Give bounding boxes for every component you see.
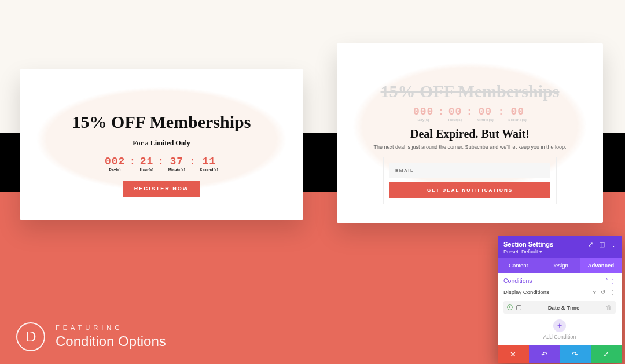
conditions-section-title: Conditions [503, 277, 532, 284]
timer-minutes: 37 Minute(s) [168, 156, 185, 171]
display-conditions-label: Display Conditions [503, 289, 549, 295]
timer-separator: : [468, 106, 470, 117]
timer-minutes-label: Minute(s) [477, 118, 494, 122]
timer-hours-label: Hour(s) [140, 168, 153, 171]
add-condition-label: Add Condition [498, 334, 622, 340]
promo-title: 15% OFF Memberships [72, 112, 251, 132]
countdown-timer-expired: 000 Day(s) : 00 Hour(s) : 00 Minute(s) :… [413, 106, 527, 122]
panel-action-bar: ✕ ↶ ↷ ✓ [498, 345, 622, 363]
promo-title-expired: 15% OFF Memberships [381, 82, 560, 101]
timer-days-label: Day(s) [109, 168, 121, 171]
panel-header[interactable]: Section Settings Preset: Default ▾ ⤢ ◫ ⋮ [498, 236, 622, 258]
expand-icon[interactable]: ⤢ [588, 241, 593, 248]
more-icon[interactable]: ⋮ [610, 289, 616, 295]
timer-seconds-value: 00 [510, 106, 524, 117]
chevron-down-icon: ▾ [539, 249, 542, 255]
timer-hours-label: Hour(s) [448, 118, 462, 122]
display-conditions-row: Display Conditions ? ↺ ⋮ [498, 285, 622, 299]
condition-label: Date & Time [525, 304, 602, 311]
add-condition-area: + Add Condition [498, 317, 622, 345]
cancel-button[interactable]: ✕ [498, 345, 529, 363]
timer-days-label: Day(s) [418, 118, 429, 122]
countdown-timer: 002 Day(s) : 21 Hour(s) : 37 Minute(s) :… [105, 156, 218, 171]
timer-minutes-value: 00 [479, 106, 492, 117]
timer-separator: : [439, 106, 442, 117]
panel-preset-label: Preset: Default [503, 249, 538, 255]
timer-seconds: 00 Second(s) [508, 106, 527, 122]
timer-minutes: 00 Minute(s) [477, 106, 494, 122]
timer-days: 002 Day(s) [105, 156, 125, 171]
tab-advanced[interactable]: Advanced [580, 258, 622, 273]
snap-icon[interactable]: ◫ [599, 241, 605, 248]
undo-button[interactable]: ↶ [529, 345, 560, 363]
reset-icon[interactable]: ↺ [601, 289, 605, 295]
expired-description: The next deal is just around the corner.… [374, 144, 567, 150]
get-notifications-button[interactable]: GET DEAL NOTIFICATIONS [389, 182, 550, 198]
panel-preset[interactable]: Preset: Default ▾ [503, 249, 616, 255]
timer-hours-value: 00 [448, 106, 462, 117]
timer-minutes-label: Minute(s) [168, 168, 185, 171]
promo-card-expired: 15% OFF Memberships 000 Day(s) : 00 Hour… [337, 43, 603, 223]
timer-seconds: 11 Second(s) [200, 156, 218, 171]
email-field[interactable] [389, 163, 550, 178]
timer-minutes-value: 37 [170, 156, 184, 167]
expired-headline: Deal Expired. But Wait! [410, 127, 530, 141]
add-condition-button[interactable]: + [553, 319, 566, 332]
save-button[interactable]: ✓ [591, 345, 622, 363]
tab-content[interactable]: Content [498, 258, 539, 273]
timer-seconds-label: Second(s) [200, 168, 218, 171]
timer-separator: : [191, 156, 194, 167]
timer-seconds-label: Second(s) [508, 118, 527, 122]
timer-hours: 00 Hour(s) [448, 106, 462, 122]
visibility-icon[interactable] [507, 304, 513, 310]
section-settings-panel[interactable]: Section Settings Preset: Default ▾ ⤢ ◫ ⋮… [498, 236, 622, 363]
timer-days-value: 000 [413, 106, 433, 117]
timer-seconds-value: 11 [202, 156, 216, 167]
feature-banner: D FEATURING Condition Options [16, 322, 166, 351]
timer-separator: : [499, 106, 502, 117]
feature-title: Condition Options [56, 333, 166, 350]
tab-design[interactable]: Design [539, 258, 580, 273]
feature-kicker: FEATURING [56, 324, 166, 331]
promo-card-active: 15% OFF Memberships For a Limited Only 0… [20, 69, 303, 220]
timer-separator: : [131, 156, 134, 167]
condition-item[interactable]: Date & Time 🗑 [503, 301, 616, 314]
panel-tabs: Content Design Advanced [498, 258, 622, 273]
more-icon[interactable]: ⋮ [611, 241, 617, 248]
timer-hours: 21 Hour(s) [140, 156, 154, 171]
subscribe-form: GET DEAL NOTIFICATIONS [383, 157, 557, 204]
redo-button[interactable]: ↷ [560, 345, 591, 363]
timer-separator: : [159, 156, 162, 167]
conditions-section-header[interactable]: Conditions ˄ ⋮ [498, 273, 622, 285]
chevron-up-icon: ˄ ⋮ [605, 278, 616, 284]
promo-subtitle: For a Limited Only [133, 139, 190, 148]
help-icon[interactable]: ? [593, 289, 596, 295]
register-button[interactable]: REGISTER NOW [123, 181, 201, 197]
trash-icon[interactable]: 🗑 [606, 304, 612, 311]
divi-logo-icon: D [16, 322, 45, 351]
copy-icon[interactable] [516, 305, 521, 310]
panel-body: Conditions ˄ ⋮ Display Conditions ? ↺ ⋮ … [498, 273, 622, 345]
timer-days: 000 Day(s) [413, 106, 433, 122]
timer-hours-value: 21 [140, 156, 154, 167]
timer-days-value: 002 [105, 156, 125, 167]
